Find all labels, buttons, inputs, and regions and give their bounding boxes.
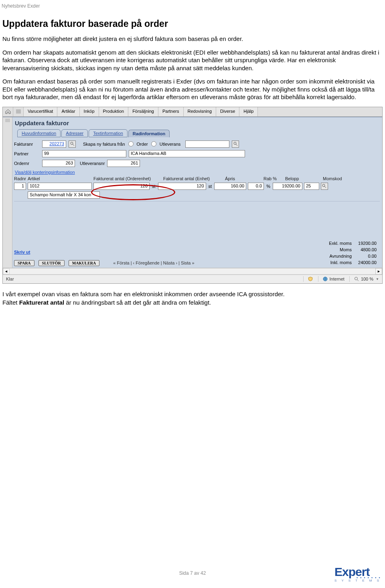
tab-row: Huvudinformation Adresser Textinformatio…: [14, 129, 380, 137]
svg-line-8: [73, 144, 74, 146]
paragraph-3: Om fakturan endast baseras på order som …: [2, 77, 383, 101]
val-moms: 4800.00: [355, 247, 379, 252]
input-skapa-id[interactable]: [185, 140, 229, 148]
footer-logo: Expert ● ● ● ● ● ● ● S Y S T E M S: [334, 565, 381, 582]
svg-point-14: [355, 277, 357, 280]
totals-box: Exkl. moms19200.00 Moms4800.00 Avrundnin…: [326, 240, 380, 266]
horizontal-scrollbar[interactable]: ◄ ►: [3, 268, 382, 275]
menu-diverse[interactable]: Diverse: [216, 107, 239, 116]
page-header: Nyhetsbrev Exder: [0, 0, 385, 18]
unit-1: st: [151, 184, 156, 189]
lbl-avr: Avrundning: [326, 253, 354, 259]
status-bar: Klar Internet 100 % ▼: [3, 275, 382, 283]
menu-redovisning[interactable]: Redovisning: [183, 107, 217, 116]
btn-slutfor[interactable]: SLUTFÖR: [38, 260, 65, 266]
app-page-title: Uppdatera fakturor: [14, 119, 380, 129]
menu-partners[interactable]: Partners: [158, 107, 184, 116]
after-text-2c: är nu ändringsbart så att det går att än…: [64, 299, 211, 306]
link-skrivut[interactable]: Skriv ut: [14, 250, 30, 254]
cell-fakt-orderenhet[interactable]: 120: [93, 183, 150, 190]
tab-adresser[interactable]: Adresser: [61, 129, 88, 137]
label-ordernr: Ordernr: [14, 161, 40, 166]
tab-textinformation[interactable]: Textinformation: [89, 129, 128, 137]
menu-forsaljning[interactable]: Försäljning: [128, 107, 158, 116]
col-apris: Ápris: [225, 176, 262, 181]
rail-icon: [5, 119, 10, 123]
cell-rab[interactable]: 0.0: [248, 183, 264, 190]
globe-icon: [322, 276, 328, 282]
search-fakturanr-icon[interactable]: [69, 140, 76, 148]
label-utleverans: Utleverans: [160, 142, 181, 146]
status-left: Klar: [6, 277, 14, 281]
after-text-2b: Fakturerat antal: [19, 299, 65, 306]
zoom-dropdown-icon[interactable]: ▼: [376, 277, 379, 281]
input-partner-name: ICA Handlarna AB: [129, 150, 245, 157]
table-row: 1 1012 120 st 120 st 160.00 0.0 % 19200.…: [14, 182, 380, 191]
zoom-icon: [354, 276, 359, 282]
search-skapa-icon[interactable]: [232, 140, 239, 148]
svg-line-10: [236, 144, 237, 146]
cell-momskod[interactable]: 25: [304, 183, 319, 190]
cell-fakt-enhet[interactable]: 120: [158, 183, 206, 190]
page-number: Sida 7 av 42: [0, 570, 385, 576]
col-momskod: Momskod: [323, 176, 347, 181]
scroll-right-icon[interactable]: ►: [375, 268, 382, 275]
tab-radinformation[interactable]: Radinformation: [128, 130, 170, 137]
lbl-moms: Moms: [326, 247, 354, 252]
menu-hjalp[interactable]: Hjälp: [239, 107, 258, 116]
col-belopp: Belopp: [285, 176, 321, 181]
menu-lines-icon[interactable]: [13, 107, 24, 116]
btn-makulera[interactable]: MAKULERA: [69, 260, 99, 266]
menu-artiklar[interactable]: Artiklar: [57, 107, 79, 116]
col-rab: Rab %: [263, 176, 284, 181]
paragraph-2: Om ordern har skapats automatiskt genom …: [2, 49, 383, 72]
cell-apris[interactable]: 160.00: [214, 183, 246, 190]
svg-line-15: [357, 280, 359, 281]
pager[interactable]: « Första | ‹ Föregående | Nästa › | Sist…: [113, 260, 194, 265]
link-kontering[interactable]: Visa/dölj konteringsinformation: [14, 168, 76, 175]
scroll-left-icon[interactable]: ◄: [3, 268, 10, 275]
label-partner: Partner: [14, 151, 40, 156]
input-fakturanr[interactable]: 202273: [42, 140, 66, 148]
left-rail: [3, 117, 12, 268]
pct-sign: %: [265, 184, 271, 189]
after-text-2: Fältet Fakturerat antal är nu ändringsba…: [2, 299, 383, 307]
val-avr: 0.00: [355, 253, 379, 259]
col-radnr: Radnr: [14, 176, 26, 181]
section-title: Uppdatera fakturor baserade på order: [2, 18, 383, 29]
unit-2: st: [208, 184, 213, 189]
tab-huvudinformation[interactable]: Huvudinformation: [17, 129, 61, 137]
menubar: Varucertifikat Artiklar Inköp Produktion…: [3, 107, 382, 117]
svg-line-12: [324, 186, 326, 188]
after-text-2a: Fältet: [2, 299, 19, 306]
btn-spara[interactable]: SPARA: [14, 260, 34, 266]
val-exkl: 19200.00: [355, 240, 379, 246]
cell-artikel-desc: Schampo Normalt hår X 34 kon: [28, 191, 100, 199]
menu-varucertifikat[interactable]: Varucertifikat: [23, 107, 57, 116]
label-fakturanr: Fakturanr: [14, 142, 40, 146]
label-skapa: Skapa ny faktura från: [83, 142, 125, 146]
radio-order[interactable]: [128, 141, 134, 146]
label-order: Order: [137, 142, 148, 146]
after-text-1: I vårt exempel ovan visas en faktura som…: [2, 290, 383, 298]
status-internet: Internet: [330, 277, 344, 281]
tab-radinformation-label: Radinformation: [133, 131, 165, 136]
status-zoom: 100 %: [361, 277, 373, 281]
cell-radnr[interactable]: 1: [14, 183, 26, 190]
col-artikel: Artikel: [28, 176, 92, 181]
input-utleveransnr[interactable]: 261: [107, 160, 140, 167]
cell-belopp[interactable]: 19200.00: [273, 183, 302, 190]
home-icon[interactable]: [3, 107, 13, 116]
search-momskod-icon[interactable]: [321, 183, 328, 190]
lbl-inkl: Inkl. moms: [326, 260, 354, 265]
menu-inkop[interactable]: Inköp: [79, 107, 99, 116]
lbl-exkl: Exkl. moms: [326, 240, 354, 246]
cell-artikel[interactable]: 1012: [28, 183, 92, 190]
val-inkl: 24000.00: [355, 260, 379, 265]
app-screenshot: Varucertifikat Artiklar Inköp Produktion…: [2, 107, 383, 284]
radio-utleverans[interactable]: [151, 141, 156, 146]
menu-produktion[interactable]: Produktion: [99, 107, 129, 116]
input-ordernr[interactable]: 263: [42, 160, 75, 167]
col-fakt-enhet: Fakturerat antal (Enhet): [163, 176, 223, 181]
input-partner-code[interactable]: 99: [42, 150, 126, 157]
